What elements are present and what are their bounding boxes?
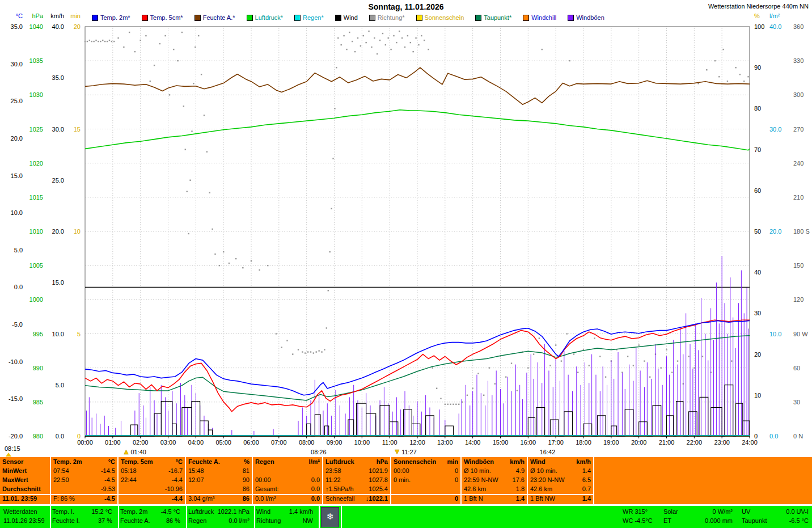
cell-label: 15:48 — [188, 467, 204, 476]
table-row: 15:4881 — [186, 467, 252, 476]
table-row: -9.53 — [51, 485, 117, 494]
axis-label: 10 — [74, 228, 81, 235]
table-column-sonnenschein: Sonnenscheinmin00:0000 min.00 — [391, 457, 460, 504]
marker-down-icon — [395, 450, 399, 454]
cell-label: Schneefall — [325, 495, 354, 503]
status-value: 37 % — [50, 517, 112, 525]
table-column-wind: Windkm/hØ 10 min.1.423:20 N-NW6.542.6 km… — [528, 457, 593, 504]
axis-label: 25.0 — [52, 177, 64, 184]
axis-label: 0 — [77, 433, 81, 440]
table-column-regen: Regenl/m²00:000.0Gesamt:0.00.0 l/m²0.0 — [253, 457, 322, 504]
axis-label: 990 — [33, 365, 43, 371]
axis-label: 5 — [77, 331, 81, 337]
axis-label: 14:00 — [465, 439, 481, 446]
statusbar-divider — [341, 506, 342, 528]
cell-value: -14.5 — [101, 467, 115, 476]
table-row: -10.96 — [119, 485, 185, 494]
axis-label: 50 — [754, 228, 761, 235]
cell-value: 17.6 — [513, 476, 525, 485]
cell-value: 90 — [243, 476, 249, 485]
column-title: Sonnenschein — [394, 458, 436, 466]
table-row: 07:54-14.5 — [51, 467, 117, 476]
axis-label: 04:00 — [188, 439, 204, 446]
status-value: 0 W/m² — [670, 508, 733, 516]
column-title: Temp. 2m — [53, 458, 82, 466]
column-unit: min — [447, 458, 458, 466]
cell-value: 0.0 — [311, 476, 320, 485]
column-header: Windkm/h — [528, 457, 593, 467]
cell-label: F: 86 % — [53, 495, 75, 503]
weather-app-window: Sonntag, 11.01.2026 Wetterstation Nieder… — [0, 0, 812, 528]
axis-label: 30 — [793, 399, 800, 405]
axis-label: 35.0 — [52, 74, 64, 81]
cell-label: 42.6 km — [464, 485, 486, 494]
axis-label: 90 W — [793, 331, 808, 337]
axis-label: 13:00 — [437, 439, 453, 446]
axis-label: 0.0 — [56, 433, 64, 440]
table-row: 1 Bft N1.4 — [462, 494, 527, 503]
column-title: Wind — [530, 458, 545, 466]
axis-label: 23:00 — [714, 439, 730, 446]
sunrise-time-label: 08:15 — [5, 445, 20, 452]
weather-chart: 00:0001:0002:0003:0004:0005:0006:0007:00… — [0, 0, 812, 457]
column-unit: % — [244, 458, 249, 466]
axis-label: -5.0 — [12, 321, 23, 328]
axis-label: 40 — [754, 269, 761, 276]
cell-value: 0.7 — [582, 485, 591, 494]
status-title: Wetterdaten — [3, 508, 37, 516]
axis-label: 210 — [793, 194, 803, 201]
table-column-temp-5cm: Temp. 5cm°C05:18-16.722:44-4.4-10.96-4.4 — [119, 457, 185, 504]
axis-label: 1015 — [29, 194, 43, 201]
column-header: Regenl/m² — [253, 457, 322, 467]
axis-label: 1025 — [29, 126, 43, 133]
axis-label: 980 — [33, 433, 43, 440]
table-row: Gesamt:0.0 — [253, 485, 322, 494]
axis-label: 300 — [793, 91, 803, 98]
table-row: 00:000 — [391, 467, 460, 476]
cell-label: 23:58 — [325, 467, 341, 476]
axis-label: 09:00 — [327, 439, 342, 446]
axis-label: 1000 — [29, 296, 43, 303]
axis-label: 07:00 — [271, 439, 287, 446]
cell-label: 05:18 — [121, 467, 137, 476]
cell-value: -16.7 — [168, 467, 183, 476]
axis-label: 03:00 — [160, 439, 176, 446]
status-value: 0.0 UV-I — [746, 508, 809, 516]
axis-label: 15:00 — [493, 439, 509, 446]
column-header: Temp. 5cm°C — [119, 457, 185, 467]
cell-value: 0 — [455, 495, 458, 503]
column-unit: km/h — [510, 458, 525, 466]
axis-label: 06:00 — [243, 439, 259, 446]
cell-label: 12:07 — [188, 476, 204, 485]
axis-label: 150 — [793, 262, 803, 269]
status-value: 0.000 mm — [670, 517, 733, 525]
axis-label: 01:00 — [105, 439, 121, 446]
axis-label: 20 — [754, 351, 761, 358]
axis-label: 20.0 — [52, 228, 64, 235]
cell-value: 86 — [243, 485, 249, 494]
table-row: MinWert — [0, 467, 50, 476]
status-value: 1022.1 hPa — [187, 508, 249, 516]
statusbar-divider — [254, 506, 255, 528]
day-marker-time: 11:27 — [401, 449, 417, 455]
cell-label: MinWert — [2, 467, 27, 476]
cell-label: 22:50 — [53, 476, 69, 485]
column-unit: l/m² — [308, 458, 320, 466]
table-row: 3.04 g/m³86 — [186, 494, 252, 503]
axis-label: 100 — [754, 23, 764, 30]
axis-label: hPa — [32, 12, 43, 19]
axis-label: 30.0 — [11, 61, 23, 67]
cell-value: 0.0 — [311, 485, 320, 494]
cell-value: -4.5 — [104, 495, 115, 503]
axis-label: 0.0 — [14, 284, 23, 290]
cell-value: -10.96 — [165, 485, 183, 494]
marker-up-icon — [124, 450, 128, 454]
cell-label: 0.0 l/m² — [255, 495, 276, 503]
column-title: Regen — [255, 458, 274, 466]
axis-label: 30 — [754, 310, 761, 316]
axis-label: 30.0 — [769, 126, 781, 133]
axis-label: 5.0 — [14, 247, 23, 254]
statusbar-divider — [186, 506, 187, 528]
table-row: MaxWert — [0, 476, 50, 485]
table-row: F: 86 %-4.5 — [51, 494, 117, 503]
